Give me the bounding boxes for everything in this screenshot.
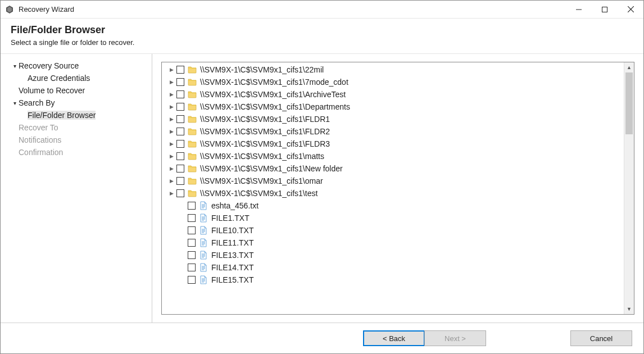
page-title: File/Folder Browser	[11, 24, 633, 36]
tree-row-label: \\SVM9X-1\C$\SVM9x1_cifs1\ArchiveTest	[200, 90, 346, 99]
tree-row-label: \\SVM9X-1\C$\SVM9x1_cifs1\FLDR3	[200, 139, 330, 148]
tree-row[interactable]: ▶\\SVM9X-1\C$\SVM9x1_cifs1\ArchiveTest	[164, 88, 623, 101]
tree-row-label: \\SVM9X-1\C$\SVM9x1_cifs1\22mil	[200, 65, 324, 74]
chevron-right-icon[interactable]: ▶	[167, 116, 175, 122]
tree-row-label: FILE10.TXT	[211, 226, 253, 235]
tree-row[interactable]: ▶FILE10.TXT	[164, 224, 623, 237]
chevron-right-icon[interactable]: ▶	[167, 67, 175, 72]
tree-checkbox[interactable]	[188, 276, 196, 284]
tree-row[interactable]: ▶\\SVM9X-1\C$\SVM9x1_cifs1\matts	[164, 150, 623, 162]
close-button[interactable]	[618, 1, 643, 19]
tree-checkbox[interactable]	[176, 66, 184, 74]
tree-checkbox[interactable]	[176, 103, 184, 111]
tree-checkbox[interactable]	[188, 239, 196, 247]
tree-row[interactable]: ▶FILE1.TXT	[164, 212, 623, 224]
tree-row[interactable]: ▶\\SVM9X-1\C$\SVM9x1_cifs1\test	[164, 187, 623, 199]
nav-recovery-source[interactable]: ▾ Recovery Source	[1, 60, 152, 72]
tree-checkbox[interactable]	[176, 189, 184, 197]
page-subtitle: Select a single file or folder to recove…	[11, 38, 633, 47]
tree-checkbox[interactable]	[176, 177, 184, 185]
tree-row[interactable]: ▶FILE13.TXT	[164, 249, 623, 261]
nav-confirmation: Confirmation	[1, 146, 152, 158]
tree-checkbox[interactable]	[176, 115, 184, 123]
wizard-nav-sidebar: ▾ Recovery Source Azure Credentials Volu…	[1, 54, 152, 323]
tree-row[interactable]: ▶FILE11.TXT	[164, 237, 623, 249]
nav-file-folder-browser[interactable]: File/Folder Browser	[1, 109, 152, 121]
chevron-right-icon[interactable]: ▶	[167, 153, 175, 159]
tree-row[interactable]: ▶\\SVM9X-1\C$\SVM9x1_cifs1\7mode_cdot	[164, 76, 623, 88]
tree-checkbox[interactable]	[188, 226, 196, 234]
tree-checkbox[interactable]	[176, 165, 184, 173]
tree-row[interactable]: ▶eshta_456.txt	[164, 199, 623, 212]
file-icon	[199, 201, 208, 210]
chevron-right-icon[interactable]: ▶	[167, 166, 175, 171]
tree-row-label: \\SVM9X-1\C$\SVM9x1_cifs1\Departments	[200, 102, 350, 111]
tree-row[interactable]: ▶\\SVM9X-1\C$\SVM9x1_cifs1\New folder	[164, 162, 623, 175]
tree-row-label: FILE11.TXT	[211, 238, 253, 247]
tree-checkbox[interactable]	[176, 152, 184, 160]
tree-row[interactable]: ▶\\SVM9X-1\C$\SVM9x1_cifs1\omar	[164, 175, 623, 187]
scroll-down-button[interactable]: ▼	[624, 304, 634, 314]
folder-icon	[188, 90, 197, 99]
file-icon	[199, 238, 208, 247]
tree-checkbox[interactable]	[176, 140, 184, 148]
tree-row-label: \\SVM9X-1\C$\SVM9x1_cifs1\omar	[200, 176, 323, 185]
minimize-button[interactable]	[566, 1, 592, 19]
chevron-right-icon[interactable]: ▶	[167, 190, 175, 196]
folder-icon	[188, 164, 197, 173]
tree-checkbox[interactable]	[188, 202, 196, 210]
tree-checkbox[interactable]	[176, 78, 184, 86]
maximize-button[interactable]	[592, 1, 618, 19]
tree-checkbox[interactable]	[188, 214, 196, 222]
tree-row-label: \\SVM9X-1\C$\SVM9x1_cifs1\New folder	[200, 164, 343, 173]
nav-volume-to-recover[interactable]: Volume to Recover	[1, 84, 152, 97]
chevron-right-icon[interactable]: ▶	[167, 79, 175, 85]
folder-icon	[188, 176, 197, 185]
tree-row[interactable]: ▶\\SVM9X-1\C$\SVM9x1_cifs1\FLDR3	[164, 138, 623, 150]
scroll-up-button[interactable]: ▲	[624, 62, 634, 72]
tree-checkbox[interactable]	[176, 128, 184, 135]
chevron-right-icon[interactable]: ▶	[167, 104, 175, 110]
vertical-scrollbar[interactable]: ▲ ▼	[624, 62, 634, 314]
tree-row[interactable]: ▶\\SVM9X-1\C$\SVM9x1_cifs1\FLDR1	[164, 113, 623, 125]
tree-checkbox[interactable]	[176, 90, 184, 98]
chevron-right-icon[interactable]: ▶	[167, 178, 175, 184]
folder-icon	[188, 127, 197, 136]
tree-row[interactable]: ▶\\SVM9X-1\C$\SVM9x1_cifs1\Departments	[164, 101, 623, 113]
chevron-down-icon: ▾	[11, 100, 19, 106]
chevron-right-icon[interactable]: ▶	[167, 141, 175, 147]
file-folder-tree[interactable]: ▶\\SVM9X-1\C$\SVM9x1_cifs1\22mil▶\\SVM9X…	[161, 62, 634, 315]
file-icon	[199, 275, 208, 284]
file-icon	[199, 226, 208, 235]
tree-checkbox[interactable]	[188, 251, 196, 259]
chevron-down-icon: ▾	[11, 63, 19, 69]
next-button: Next >	[424, 330, 486, 346]
wizard-footer: < Back Next > Cancel	[1, 323, 643, 353]
tree-row[interactable]: ▶FILE14.TXT	[164, 261, 623, 274]
wizard-header: File/Folder Browser Select a single file…	[1, 19, 643, 53]
tree-checkbox[interactable]	[188, 264, 196, 271]
tree-row-label: FILE14.TXT	[211, 263, 253, 272]
file-icon	[199, 263, 208, 272]
chevron-right-icon[interactable]: ▶	[167, 129, 175, 134]
tree-row-label: \\SVM9X-1\C$\SVM9x1_cifs1\matts	[200, 152, 324, 161]
tree-row[interactable]: ▶\\SVM9X-1\C$\SVM9x1_cifs1\22mil	[164, 63, 623, 76]
tree-row[interactable]: ▶FILE15.TXT	[164, 274, 623, 286]
tree-row-label: FILE1.TXT	[211, 214, 250, 223]
cancel-button[interactable]: Cancel	[570, 330, 632, 346]
file-icon	[199, 251, 208, 260]
chevron-right-icon[interactable]: ▶	[167, 92, 175, 97]
folder-icon	[188, 102, 197, 111]
app-icon	[5, 5, 14, 14]
tree-row-label: \\SVM9X-1\C$\SVM9x1_cifs1\FLDR1	[200, 115, 330, 124]
tree-row-label: FILE15.TXT	[211, 275, 253, 284]
nav-search-by[interactable]: ▾ Search By	[1, 97, 152, 109]
folder-icon	[188, 152, 197, 161]
folder-icon	[188, 189, 197, 198]
tree-row[interactable]: ▶\\SVM9X-1\C$\SVM9x1_cifs1\FLDR2	[164, 125, 623, 138]
back-button[interactable]: < Back	[363, 330, 425, 346]
tree-row-label: \\SVM9X-1\C$\SVM9x1_cifs1\7mode_cdot	[200, 78, 348, 87]
nav-azure-credentials[interactable]: Azure Credentials	[1, 72, 152, 84]
recovery-wizard-window: Recovery Wizard File/Folder Browser Sele…	[0, 0, 644, 354]
scroll-thumb[interactable]	[625, 72, 633, 134]
